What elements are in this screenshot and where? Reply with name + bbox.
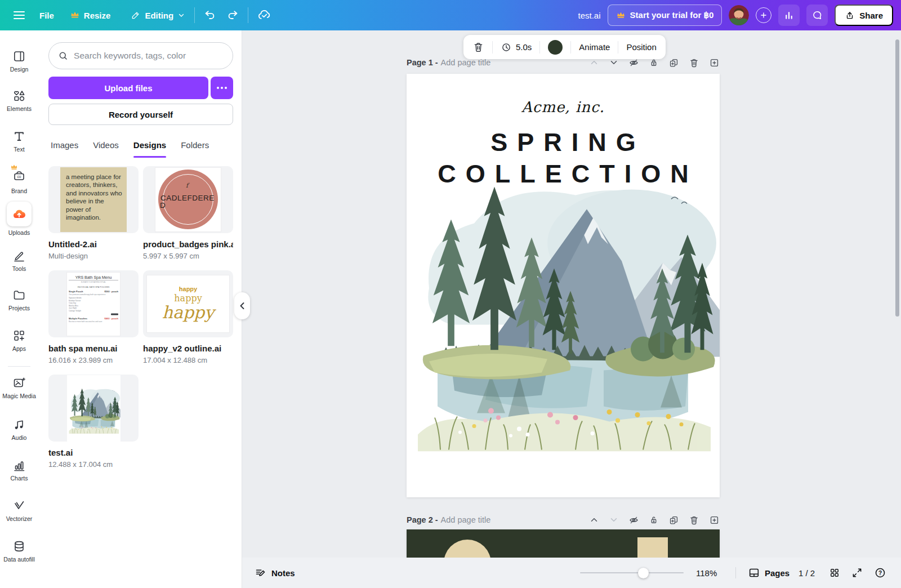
page-1-title-input[interactable]: Add page title — [441, 58, 491, 67]
sidebar-item-vectorizer[interactable]: Vectorizer — [0, 499, 38, 522]
menu-price: $593 · pouch — [105, 290, 118, 293]
sidebar-item-data-autofill[interactable]: Data autofill — [0, 540, 38, 563]
tab-folders[interactable]: Folders — [181, 140, 209, 155]
fullscreen-button[interactable] — [851, 558, 863, 588]
upload-files-button[interactable]: Upload files — [48, 77, 208, 99]
redo-button[interactable] — [226, 9, 239, 21]
happy-word: happy — [179, 286, 197, 292]
duration-button[interactable]: 5.0s — [501, 42, 532, 53]
add-page-icon[interactable] — [709, 515, 720, 525]
help-icon: ? — [874, 567, 886, 579]
insights-button[interactable] — [778, 5, 800, 26]
elements-icon — [12, 89, 26, 103]
zoom-slider-track[interactable] — [580, 572, 684, 574]
sidebar-item-magic-media[interactable]: Magic Media — [0, 376, 38, 399]
pages-icon — [748, 567, 760, 579]
comments-button[interactable] — [806, 5, 828, 26]
position-button[interactable]: Position — [626, 42, 656, 52]
page-2-canvas[interactable] — [407, 529, 720, 558]
page-1-canvas[interactable]: Acme, inc. SPRING COLLECTION 2026 — [407, 74, 720, 497]
editing-mode-dropdown[interactable]: Editing — [131, 10, 185, 20]
move-page-down-icon[interactable] — [609, 515, 619, 525]
zoom-slider[interactable] — [580, 558, 684, 588]
svg-text:co: co — [17, 175, 21, 179]
design-card-product-badges[interactable]: f CADLEFDERE D product_badges pink.ai 5.… — [143, 166, 233, 260]
badge-text: CADLEFDERE — [160, 194, 215, 202]
sidebar-item-text[interactable]: Text — [0, 130, 38, 153]
search-input[interactable] — [74, 51, 224, 61]
avatar[interactable] — [729, 5, 749, 25]
editing-label: Editing — [145, 11, 173, 20]
record-yourself-button[interactable]: Record yourself — [48, 104, 233, 125]
color-swatch-button[interactable] — [548, 40, 563, 55]
sidebar-item-design[interactable]: Design — [0, 50, 38, 73]
design-meta: 17.004 x 12.488 cm — [143, 356, 233, 364]
document-name[interactable]: test.ai — [578, 11, 601, 20]
panel-collapse-button[interactable] — [234, 292, 250, 319]
page-1-label: Page 1 - — [407, 58, 438, 67]
add-page-icon[interactable] — [709, 57, 720, 68]
share-button[interactable]: Share — [835, 5, 893, 26]
duplicate-page-icon[interactable] — [668, 515, 679, 525]
grid-view-icon — [829, 567, 840, 578]
chevron-left-icon — [239, 302, 246, 310]
uploads-cloud-icon — [12, 207, 26, 221]
trash-icon — [472, 41, 484, 53]
help-button[interactable]: ? — [874, 558, 886, 588]
design-card-test-ai[interactable]: test.ai 12.488 x 17.004 cm — [48, 375, 139, 469]
design-thumbnail: f CADLEFDERE D — [143, 166, 233, 233]
sidebar-item-uploads[interactable]: Uploads — [0, 202, 38, 236]
tab-designs[interactable]: Designs — [133, 140, 166, 155]
undo-button[interactable] — [204, 9, 216, 21]
expand-icon — [851, 567, 863, 578]
upload-more-options-button[interactable] — [211, 77, 233, 99]
delete-element-button[interactable] — [472, 41, 484, 53]
heading-text-element: SPRING — [407, 128, 720, 157]
delete-page-icon[interactable] — [689, 57, 699, 68]
sidebar-rail: Design Elements Text co Brand Uploads — [0, 30, 38, 588]
zoom-slider-handle[interactable] — [638, 568, 649, 578]
animate-button[interactable]: Animate — [579, 42, 610, 52]
design-card-bath-spa-menu[interactable]: YRS Bath Spa Menu ELEVATE YOUR BATHING R… — [48, 270, 139, 364]
main-menu-button[interactable] — [14, 11, 25, 19]
design-thumbnail — [48, 375, 139, 442]
canvas-area[interactable]: 5.0s Animate Position Page 1 - Add page … — [242, 30, 901, 558]
page-2-title-input[interactable]: Add page title — [441, 515, 491, 524]
tab-images[interactable]: Images — [51, 140, 78, 155]
file-menu-button[interactable]: File — [39, 11, 54, 20]
move-page-up-icon[interactable] — [589, 515, 599, 525]
text-icon — [12, 130, 26, 143]
notes-button[interactable]: Notes — [255, 558, 295, 588]
pages-label: Pages — [765, 568, 790, 578]
grid-view-button[interactable] — [829, 558, 840, 588]
design-card-happy-v2[interactable]: happy happy happy happy_v2 outline.ai 17… — [143, 270, 233, 364]
resize-button[interactable]: Resize — [70, 10, 111, 20]
page-2-label: Page 2 - — [407, 515, 438, 524]
add-member-button[interactable] — [756, 7, 771, 23]
page-indicator: 1 / 2 — [799, 558, 815, 588]
menu-desc: Buy two or more bath spa pouches and sav… — [69, 320, 118, 322]
zoom-level[interactable]: 118% — [696, 558, 717, 588]
sidebar-item-charts[interactable]: Charts — [0, 458, 38, 482]
hide-page-icon[interactable] — [628, 515, 639, 525]
sidebar-item-brand[interactable]: co Brand — [0, 169, 38, 194]
sidebar-item-tools[interactable]: Tools — [0, 249, 38, 272]
sidebar-item-label: Magic Media — [2, 393, 36, 399]
design-thumbnail: YRS Bath Spa Menu ELEVATE YOUR BATHING R… — [48, 270, 139, 337]
sidebar-item-elements[interactable]: Elements — [0, 89, 38, 112]
design-card-untitled-2[interactable]: a meeting place for creators, thinkers, … — [48, 166, 139, 260]
sidebar-item-audio[interactable]: Audio — [0, 418, 38, 441]
canvas-scrollbar[interactable] — [895, 39, 899, 317]
delete-page-icon[interactable] — [689, 515, 699, 525]
badge-script-letter: f — [186, 182, 188, 189]
sidebar-item-projects[interactable]: Projects — [0, 288, 38, 311]
unlock-page-icon[interactable] — [649, 515, 659, 525]
element-toolbar: 5.0s Animate Position — [463, 35, 666, 59]
sidebar-item-apps[interactable]: Apps — [0, 329, 38, 352]
pages-view-button[interactable]: Pages — [748, 558, 790, 588]
start-trial-button[interactable]: Start your trial for ฿0 — [608, 5, 722, 26]
happy-word: happy — [162, 302, 215, 322]
duplicate-page-icon[interactable] — [668, 57, 679, 68]
cloud-save-status-button[interactable] — [257, 8, 271, 22]
tab-videos[interactable]: Videos — [93, 140, 119, 155]
